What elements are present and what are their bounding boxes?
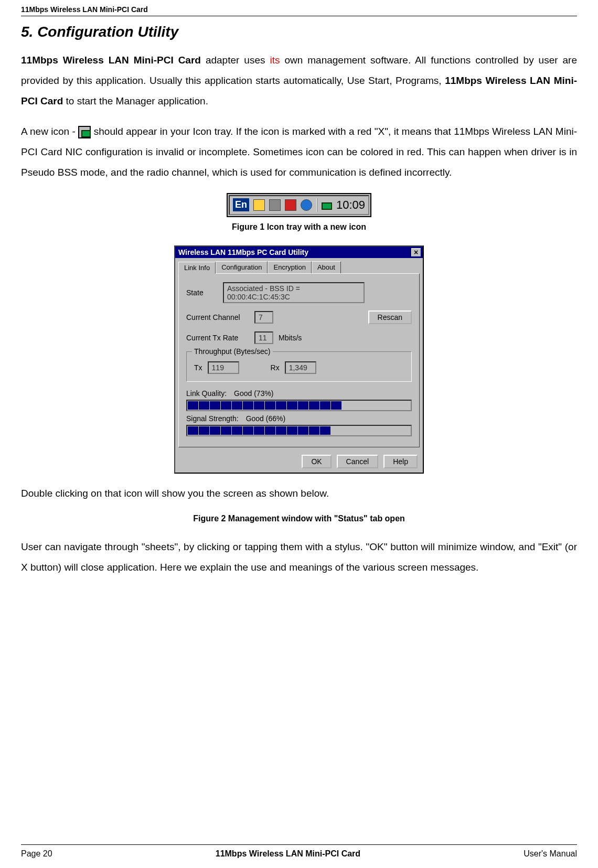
txrate-label: Current Tx Rate: [186, 334, 249, 342]
footer-center: 11Mbps Wireless LAN Mini-PCI Card: [216, 849, 360, 859]
p1-its: its: [270, 55, 280, 66]
device-icon: [269, 199, 281, 211]
after-dialog-text: Double clicking on that icon will show y…: [21, 484, 577, 504]
tray-separator: [316, 198, 317, 212]
close-icon[interactable]: ×: [411, 248, 421, 256]
page-title: 5. Configuration Utility: [21, 24, 577, 40]
utility-window: Wireless LAN 11Mbps PC Card Utility × Li…: [174, 245, 424, 474]
tab-panel: State Associated - BSS ID = 00:00:4C:1C:…: [178, 273, 420, 447]
blue-dot-icon: [301, 199, 312, 211]
ok-button[interactable]: OK: [302, 455, 331, 468]
wlan-tray-icon: [322, 202, 332, 210]
paragraph-2: A new icon - should appear in your Icon …: [21, 122, 577, 183]
header-rule: [21, 16, 577, 16]
state-field: Associated - BSS ID = 00:00:4C:1C:45:3C: [223, 282, 365, 303]
tab-encryption[interactable]: Encryption: [268, 261, 311, 273]
tray-monitor-icon: [78, 126, 91, 138]
rescan-button[interactable]: Rescan: [368, 310, 412, 324]
speaker-icon: [253, 199, 265, 211]
tx-label: Tx: [194, 363, 202, 372]
link-quality-bar: [186, 400, 412, 411]
rx-field: 1,349: [285, 361, 316, 374]
p1-bold1: 11Mbps Wireless LAN Mini-PCI Card: [21, 55, 201, 66]
paragraph-3: User can navigate through "sheets", by c…: [21, 537, 577, 578]
help-button[interactable]: Help: [383, 455, 418, 468]
ati-icon: [285, 199, 296, 211]
paragraph-1: 11Mbps Wireless LAN Mini-PCI Card adapte…: [21, 50, 577, 112]
txrate-field: 11: [254, 331, 273, 344]
figure-1-caption: Figure 1 Icon tray with a new icon: [21, 222, 577, 232]
header-product: 11Mbps Wireless LAN Mini-PCI Card: [21, 5, 577, 14]
p1-end: to start the Manager application.: [63, 95, 208, 106]
lang-indicator-icon: En: [233, 198, 249, 211]
throughput-legend: Throughput (Bytes/sec): [192, 347, 273, 356]
tab-configuration[interactable]: Configuration: [216, 261, 268, 273]
throughput-group: Throughput (Bytes/sec) Tx 119 Rx 1,349: [186, 351, 412, 382]
tray-clock: 10:09: [336, 198, 365, 212]
footer-page: Page 20: [21, 849, 52, 859]
signal-strength-bar: [186, 425, 412, 436]
p2-a: A new icon -: [21, 126, 78, 137]
p1-mid1: adapter uses: [201, 55, 270, 66]
tx-field: 119: [208, 361, 239, 374]
cancel-button[interactable]: Cancel: [337, 455, 379, 468]
footer-right: User's Manual: [524, 849, 577, 859]
rx-label: Rx: [271, 363, 280, 372]
footer-rule: [21, 844, 577, 845]
state-label: State: [186, 288, 218, 297]
tab-about[interactable]: About: [312, 261, 341, 273]
p2-b: should appear in your Icon tray. If the …: [21, 126, 577, 178]
figure-2-caption: Figure 2 Management window with "Status"…: [21, 514, 577, 523]
channel-label: Current Channel: [186, 313, 249, 322]
txrate-unit: Mbits/s: [279, 334, 302, 342]
link-quality-value: Good (73%): [234, 389, 273, 398]
tab-link-info[interactable]: Link Info: [178, 262, 216, 274]
window-title: Wireless LAN 11Mbps PC Card Utility: [178, 248, 308, 256]
figure-1-systray: En 10:09: [227, 193, 371, 217]
signal-strength-label: Signal Strength:: [186, 414, 239, 423]
channel-field: 7: [254, 311, 273, 324]
signal-strength-value: Good (66%): [246, 414, 285, 423]
page-footer: Page 20 11Mbps Wireless LAN Mini-PCI Car…: [21, 840, 577, 859]
link-quality-label: Link Quality:: [186, 389, 227, 398]
tab-bar: Link Info Configuration Encryption About: [175, 258, 423, 273]
